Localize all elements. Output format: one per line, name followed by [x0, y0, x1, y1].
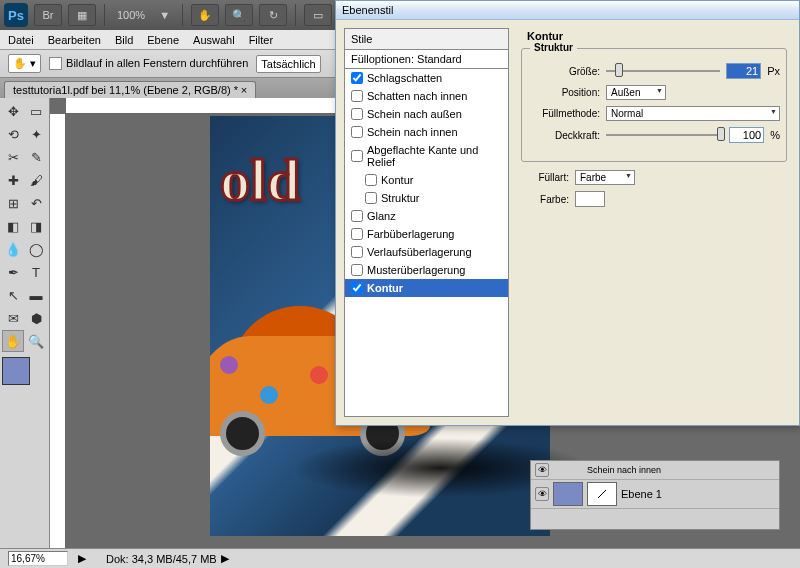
effect-struktur[interactable]: Struktur [345, 189, 508, 207]
hand-tool[interactable]: ✋ [2, 330, 24, 352]
effect-checkbox[interactable] [351, 246, 363, 258]
bridge-button[interactable]: Br [34, 4, 62, 26]
visibility-icon[interactable]: 👁 [535, 487, 549, 501]
3d-tool[interactable]: ⬢ [25, 307, 47, 329]
actual-size-button[interactable]: Tatsächlich [256, 55, 320, 73]
menu-auswahl[interactable]: Auswahl [193, 34, 235, 46]
zoom-tool-icon[interactable]: 🔍 [225, 4, 253, 26]
path-tool[interactable]: ↖ [2, 284, 24, 306]
effect-musterüberlagerung[interactable]: Musterüberlagerung [345, 261, 508, 279]
dropdown-icon[interactable]: ▼ [155, 9, 174, 21]
tab-label: testtutoria1l.pdf bei 11,1% (Ebene 2, RG… [13, 84, 238, 96]
styles-header[interactable]: Stile [345, 29, 508, 50]
close-icon[interactable]: × [241, 84, 247, 96]
shape-tool[interactable]: ▬ [25, 284, 47, 306]
effect-label: Kontur [367, 282, 403, 294]
effect-checkbox[interactable] [351, 210, 363, 222]
effect-checkbox[interactable] [351, 90, 363, 102]
stamp-tool[interactable]: ⊞ [2, 192, 24, 214]
effect-checkbox[interactable] [351, 108, 363, 120]
effect-label: Kontur [381, 174, 413, 186]
effect-verlaufsüberlagerung[interactable]: Verlaufsüberlagerung [345, 243, 508, 261]
effect-settings: Kontur Struktur Größe: Px Position: Auße… [517, 28, 791, 417]
effect-checkbox[interactable] [365, 192, 377, 204]
visibility-icon[interactable]: 👁 [535, 463, 549, 477]
marquee-tool[interactable]: ▭ [25, 100, 47, 122]
effect-kontur[interactable]: Kontur [345, 171, 508, 189]
effect-label: Schein nach außen [367, 108, 462, 120]
effect-checkbox[interactable] [351, 228, 363, 240]
effect-schlagschatten[interactable]: Schlagschatten [345, 69, 508, 87]
effect-checkbox[interactable] [351, 282, 363, 294]
menu-bearbeiten[interactable]: Bearbeiten [48, 34, 101, 46]
scroll-checkbox-wrap[interactable]: Bildlauf in allen Fenstern durchführen [49, 57, 248, 71]
opacity-label: Deckkraft: [528, 130, 600, 141]
zoom-tool[interactable]: 🔍 [25, 330, 47, 352]
arrange-icon[interactable]: ▦ [68, 4, 96, 26]
gradient-tool[interactable]: ◨ [25, 215, 47, 237]
menu-bild[interactable]: Bild [115, 34, 133, 46]
notes-tool[interactable]: ✉ [2, 307, 24, 329]
effect-farbüberlagerung[interactable]: Farbüberlagerung [345, 225, 508, 243]
color-swatches[interactable] [2, 357, 47, 385]
zoom-level[interactable]: 100% [113, 9, 149, 21]
effect-checkbox[interactable] [351, 150, 363, 162]
effect-abgeflachte-kante-und-relief[interactable]: Abgeflachte Kante und Relief [345, 141, 508, 171]
size-input[interactable] [726, 63, 761, 79]
eraser-tool[interactable]: ◧ [2, 215, 24, 237]
heal-tool[interactable]: ✚ [2, 169, 24, 191]
statusbar: ▶ Dok: 34,3 MB/45,7 MB ▶ [0, 548, 800, 568]
wand-tool[interactable]: ✦ [25, 123, 47, 145]
arrow-icon[interactable]: ▶ [221, 552, 229, 565]
arrow-icon[interactable]: ▶ [78, 552, 86, 565]
menu-filter[interactable]: Filter [249, 34, 273, 46]
rotate-icon[interactable]: ↻ [259, 4, 287, 26]
dodge-tool[interactable]: ◯ [25, 238, 47, 260]
effect-label: Glanz [367, 210, 396, 222]
position-label: Position: [528, 87, 600, 98]
blending-options[interactable]: Fülloptionen: Standard [345, 50, 508, 69]
blendmode-label: Füllmethode: [528, 108, 600, 119]
opacity-slider[interactable] [606, 134, 723, 136]
checkbox-icon[interactable] [49, 57, 62, 70]
pen-tool[interactable]: ✒ [2, 261, 24, 283]
effect-glanz[interactable]: Glanz [345, 207, 508, 225]
foreground-color[interactable] [2, 357, 30, 385]
effect-checkbox[interactable] [351, 126, 363, 138]
lasso-tool[interactable]: ⟲ [2, 123, 24, 145]
scroll-all-label: Bildlauf in allen Fenstern durchführen [66, 57, 248, 69]
current-tool-preset[interactable]: ✋ ▾ [8, 54, 41, 73]
brush-tool[interactable]: 🖌 [25, 169, 47, 191]
menu-ebene[interactable]: Ebene [147, 34, 179, 46]
layer-effect-row[interactable]: 👁 Schein nach innen [531, 461, 779, 480]
hand-tool-icon[interactable]: ✋ [191, 4, 219, 26]
blur-tool[interactable]: 💧 [2, 238, 24, 260]
size-slider[interactable] [606, 70, 720, 72]
position-dropdown[interactable]: Außen [606, 85, 666, 100]
effect-schein-nach-außen[interactable]: Schein nach außen [345, 105, 508, 123]
effect-checkbox[interactable] [351, 264, 363, 276]
effect-kontur[interactable]: Kontur [345, 279, 508, 297]
effect-schein-nach-innen[interactable]: Schein nach innen [345, 123, 508, 141]
type-tool[interactable]: T [25, 261, 47, 283]
menu-datei[interactable]: Datei [8, 34, 34, 46]
effect-schatten-nach-innen[interactable]: Schatten nach innen [345, 87, 508, 105]
document-tab[interactable]: testtutoria1l.pdf bei 11,1% (Ebene 2, RG… [4, 81, 256, 98]
zoom-input[interactable] [8, 551, 68, 566]
blendmode-dropdown[interactable]: Normal [606, 106, 780, 121]
dialog-titlebar[interactable]: Ebenenstil [336, 1, 799, 20]
layer-row[interactable]: 👁 ⟋ Ebene 1 [531, 480, 779, 509]
move-tool[interactable]: ✥ [2, 100, 24, 122]
crop-tool[interactable]: ✂ [2, 146, 24, 168]
struktur-group: Struktur Größe: Px Position: Außen Füllm… [521, 48, 787, 162]
opacity-input[interactable] [729, 127, 764, 143]
screen-mode-icon[interactable]: ▭ [304, 4, 332, 26]
eyedropper-tool[interactable]: ✎ [25, 146, 47, 168]
layer-name[interactable]: Ebene 1 [621, 488, 662, 500]
effect-checkbox[interactable] [351, 72, 363, 84]
filltype-dropdown[interactable]: Farbe [575, 170, 635, 185]
effect-checkbox[interactable] [365, 174, 377, 186]
color-label: Farbe: [527, 194, 569, 205]
stroke-color-swatch[interactable] [575, 191, 605, 207]
history-brush[interactable]: ↶ [25, 192, 47, 214]
